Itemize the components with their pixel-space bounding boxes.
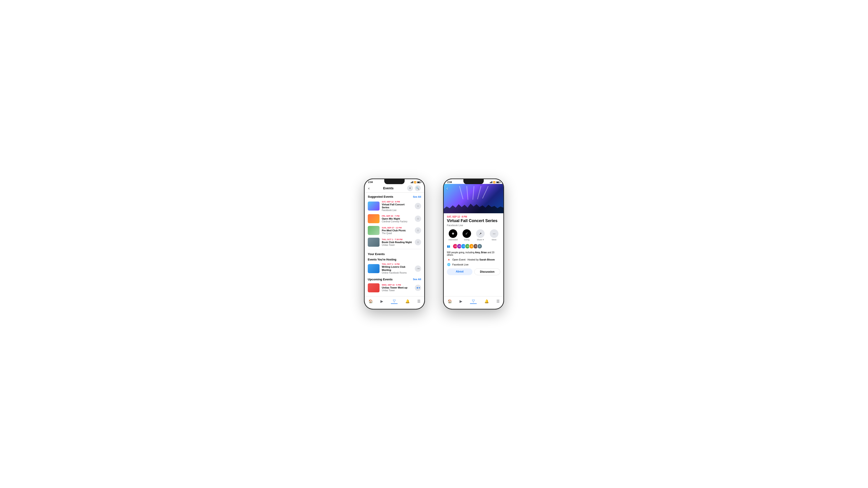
discussion-tab[interactable]: Discussion [474, 268, 500, 275]
share-icon: ↗ [476, 229, 485, 238]
signal-icon-2 [490, 181, 492, 183]
avatar-list: A B C D E F G [453, 243, 483, 249]
your-events-title: Your Events [368, 252, 385, 256]
event-detail-content: SAT, SEP 12 · 8 PM Virtual Fall Concert … [444, 213, 503, 278]
video-icon-1: ▶ [380, 299, 383, 303]
bell-icon-2: 🔔 [485, 299, 489, 303]
upcoming-section-header: Upcoming Events See All [365, 275, 424, 282]
event-hero: ‹ [444, 184, 503, 213]
hosting-action[interactable]: ✓▾ [415, 265, 421, 272]
event-detail-scroll: SAT, SEP 12 · 8 PM Virtual Fall Concert … [444, 213, 503, 296]
event-location-1: Facebook Live [382, 209, 412, 212]
home-icon-2: 🏠 [447, 299, 452, 303]
going-label: Going [464, 238, 469, 241]
add-event-button[interactable]: + [407, 185, 413, 191]
save-event-2[interactable]: ☆ [415, 216, 421, 222]
save-event-4[interactable]: ☆ [415, 239, 421, 246]
menu-icon-1: ☰ [417, 299, 421, 303]
more-label: More [492, 238, 496, 241]
hosting-subtitle: Events You're Hosting [365, 257, 424, 262]
battery-icon [417, 182, 421, 183]
interested-button[interactable]: ★ Interested [447, 229, 459, 241]
scene: 2:04 📶 ‹ Events [271, 153, 597, 335]
stage-lights [450, 186, 497, 200]
list-item[interactable]: FRI, SEP 25 · 7 PM Open Mic Night Cardin… [365, 213, 424, 225]
tab-home-1[interactable]: 🏠 [367, 299, 375, 304]
hero-gradient [444, 184, 503, 213]
event-date-3: SUN, SEP 27 · 12 PM [382, 227, 412, 229]
upcoming-see-all[interactable]: See All [413, 278, 421, 281]
event-date-2: FRI, SEP 25 · 7 PM [382, 215, 412, 217]
notch [384, 179, 405, 184]
wifi-icon-2: 📶 [493, 181, 495, 184]
list-item[interactable]: THU, OCT 1 · 7:30 PM Book Club Reading N… [365, 236, 424, 248]
event-date-hosting: THU, OCT 1 · 6 PM [382, 263, 412, 265]
status-right-2: 📶 [490, 181, 500, 184]
share-label: Share ▾ [477, 238, 484, 241]
detail-event-title: Virtual Fall Concert Series [447, 219, 500, 223]
tab-video-2[interactable]: ▶ [458, 299, 464, 304]
events-title: Events [383, 186, 394, 190]
back-button-2[interactable]: ‹ [446, 186, 448, 191]
event-location-2: Cardinal Comedy Factory [382, 220, 412, 223]
share-button[interactable]: ↗ Share ▾ [474, 229, 487, 241]
suggested-section-header: Suggested Events See All [365, 193, 424, 199]
tab-menu-2[interactable]: ☰ [495, 299, 501, 304]
attendees-row: 👥 A B C D E F G [447, 243, 500, 249]
open-event-text: Open Event · Hosted by Sarah Bloom [452, 258, 495, 261]
event-date-upcoming: WED, SEP 16 · 5 PM [382, 284, 412, 286]
going-button[interactable]: ✓ Going [461, 229, 473, 241]
tab-home-2[interactable]: 🏠 [446, 299, 454, 304]
video-icon-2: ▶ [460, 299, 462, 303]
save-upcoming[interactable]: ★▾ [415, 285, 421, 291]
about-tab[interactable]: About [447, 268, 472, 275]
events-icon-2: ▽ [472, 299, 475, 303]
tab-notifications-2[interactable]: 🔔 [483, 299, 491, 304]
tab-active-indicator-1 [391, 303, 398, 304]
meta-row-location: 🌐 Facebook Live [447, 263, 500, 266]
event-info-hosting: THU, OCT 1 · 6 PM Writing Lovers Club Me… [382, 263, 412, 274]
tab-events-2[interactable]: ▽ [468, 298, 478, 304]
time-1: 2:04 [368, 181, 373, 184]
your-events-section-header: Your Events [365, 250, 424, 257]
globe-icon: 🌐 [447, 263, 451, 266]
tab-video-1[interactable]: ▶ [379, 299, 385, 304]
more-button[interactable]: ··· More [488, 229, 500, 241]
event-name-hosting: Writing Lovers Club Meeting [382, 265, 412, 271]
more-icon: ··· [490, 229, 498, 238]
event-action-buttons: ★ Interested ✓ Going ↗ Share ▾ ··· [447, 229, 500, 241]
event-name-4: Book Club Reading Night [382, 241, 412, 244]
events-icon-1: ▽ [393, 299, 396, 303]
open-event-icon: 🔺 [447, 258, 451, 261]
list-item[interactable]: THU, OCT 1 · 6 PM Writing Lovers Club Me… [365, 262, 424, 275]
tab-notifications-1[interactable]: 🔔 [403, 299, 412, 304]
save-event-3[interactable]: ☆ [415, 227, 421, 234]
event-info-3: SUN, SEP 27 · 12 PM Pre-Med Club Picnic … [382, 227, 412, 234]
event-date-4: THU, OCT 1 · 7:30 PM [382, 238, 412, 240]
people-icon: 👥 [447, 245, 450, 248]
list-item[interactable]: SUN, SEP 27 · 12 PM Pre-Med Club Picnic … [365, 225, 424, 236]
events-scroll: Suggested Events See All SAT, SEP 12 · 8… [365, 193, 424, 296]
event-info-1: SAT, SEP 12 · 8 PM Virtual Fall Concert … [382, 201, 412, 212]
event-location-4: Unitas Tower [382, 244, 412, 246]
status-right-1: 📶 [411, 181, 421, 184]
crowd-silhouette [444, 202, 503, 213]
save-event-1[interactable]: ☆ [415, 203, 421, 209]
back-button-1[interactable]: ‹ [368, 186, 370, 191]
event-name-1: Virtual Fall Concert Series [382, 203, 412, 209]
search-button-1[interactable]: 🔍 [415, 185, 421, 191]
tab-menu-1[interactable]: ☰ [415, 299, 422, 304]
tab-events-1[interactable]: ▽ [389, 298, 399, 304]
event-location-hosting: Online Facebook Rooms [382, 271, 412, 274]
event-info-upcoming: WED, SEP 16 · 5 PM Unitas Tower Meet-up … [382, 284, 412, 292]
battery-icon-2 [496, 182, 500, 183]
list-item[interactable]: SAT, SEP 12 · 8 PM Virtual Fall Concert … [365, 199, 424, 213]
going-icon: ✓ [463, 229, 471, 238]
event-thumb-writing [368, 264, 379, 273]
avatar: G [477, 243, 483, 249]
divider-1 [368, 249, 421, 249]
list-item[interactable]: WED, SEP 16 · 5 PM Unitas Tower Meet-up … [365, 282, 424, 294]
suggested-see-all[interactable]: See All [413, 195, 421, 198]
event-info-4: THU, OCT 1 · 7:30 PM Book Club Reading N… [382, 238, 412, 246]
detail-tab-pills: About Discussion [447, 268, 500, 275]
